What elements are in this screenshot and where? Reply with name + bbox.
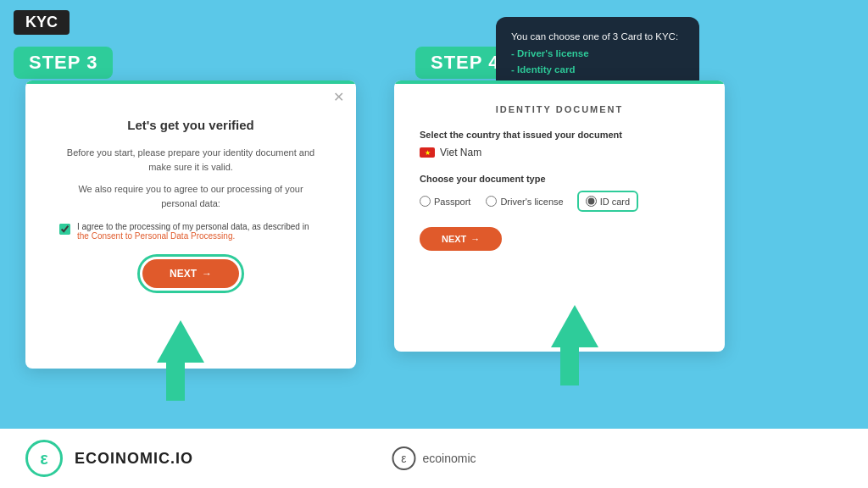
bottom-bar: ε ECOINOMIC.IO ε ecoinomic [0, 429, 868, 488]
passport-radio[interactable] [420, 196, 431, 207]
arrow-icon-right: → [470, 234, 480, 244]
kyc-badge: KYC [14, 10, 70, 35]
bubble-line3: - Identity card [511, 64, 575, 75]
identity-doc-title: IDENTITY DOCUMENT [420, 104, 699, 114]
brand-logo-icon: ε [25, 440, 63, 477]
doc-type-label: Choose your document type [420, 174, 699, 184]
vietnam-flag [420, 147, 435, 158]
center-logo-icon: ε [392, 446, 415, 470]
center-brand: ε ecoinomic [392, 446, 476, 470]
arrow-icon: → [202, 268, 212, 280]
consent-text: I agree to the processing of my personal… [77, 222, 309, 241]
brand-name: ECOINOMIC.IO [75, 450, 193, 468]
id-card-option[interactable]: ID card [579, 192, 637, 210]
bubble-line2: - Driver's license [511, 48, 589, 58]
panel-desc1: Before you start, please prepare your id… [59, 146, 322, 174]
id-card-label: ID card [600, 197, 630, 207]
step4-next-button[interactable]: NEXT → [420, 227, 502, 251]
consent-checkbox[interactable] [59, 224, 70, 235]
step3-next-button[interactable]: NEXT → [142, 259, 239, 288]
doc-type-section: Choose your document type Passport Drive… [420, 174, 699, 210]
doc-type-radio-group: Passport Driver's license ID card [420, 192, 699, 210]
passport-option[interactable]: Passport [420, 196, 470, 207]
drivers-license-option[interactable]: Driver's license [486, 196, 563, 207]
consent-row: I agree to the processing of my personal… [59, 222, 322, 241]
step3-label: STEP 3 [14, 47, 113, 79]
close-button[interactable]: ✕ [333, 89, 344, 105]
step4-arrow-body [560, 339, 579, 385]
panel-title: Let's get you verified [59, 118, 322, 132]
passport-label: Passport [434, 197, 470, 207]
bubble-line1: You can choose one of 3 Card to KYC: [511, 31, 678, 42]
country-row: Viet Nam [420, 147, 699, 158]
country-field-label: Select the country that issued your docu… [420, 130, 699, 140]
drivers-license-radio[interactable] [486, 196, 497, 207]
consent-link[interactable]: the Consent to Personal Data Processing. [77, 231, 235, 241]
center-brand-name: ecoinomic [422, 452, 476, 465]
step3-arrow-body [166, 354, 185, 401]
drivers-license-label: Driver's license [500, 197, 563, 207]
panel-desc2: We also require you to agree to our proc… [59, 182, 322, 210]
country-value: Viet Nam [440, 147, 481, 158]
id-card-radio[interactable] [586, 196, 597, 207]
